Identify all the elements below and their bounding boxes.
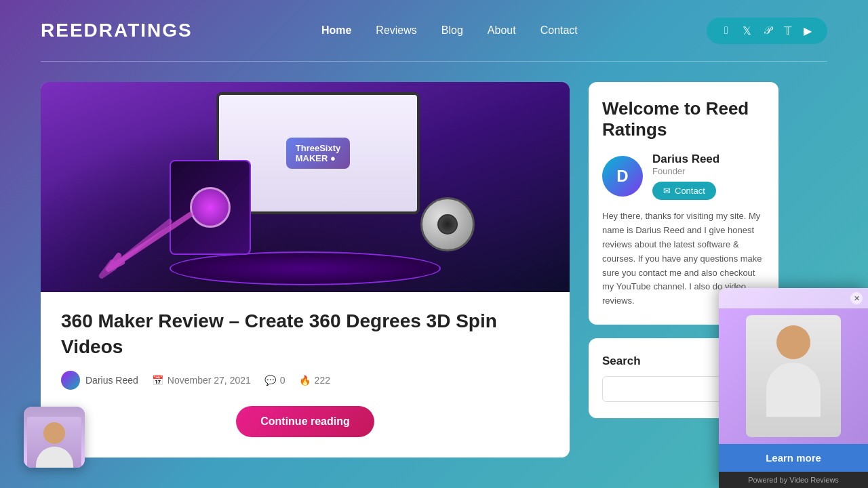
article-card: ThreeSixtyMAKER ● 360 Maker Review [41, 82, 570, 458]
facebook-icon[interactable]:  [719, 24, 734, 37]
floating-avatar [24, 407, 85, 468]
person-head [776, 325, 810, 359]
pinterest-icon[interactable]: 𝒫 [760, 24, 774, 37]
welcome-title: Welcome to Reed Ratings [602, 98, 765, 140]
logo: ReedRatings [41, 20, 193, 41]
person-body [766, 363, 821, 417]
meta-views: 🔥 222 [299, 375, 330, 386]
author-avatar: D [602, 156, 643, 197]
article-image: ThreeSixtyMAKER ● [41, 82, 570, 292]
calendar-icon: 📅 [152, 375, 163, 386]
avatar-torso [36, 447, 73, 468]
person-silhouette [746, 315, 841, 437]
camera-lens [437, 214, 458, 235]
main-nav: Home Reviews Blog About Contact [321, 24, 578, 37]
author-name-display: Darius Reed [652, 152, 719, 166]
nav-contact[interactable]: Contact [540, 24, 578, 37]
author-row: D Darius Reed Founder ✉ Contact [602, 152, 765, 200]
author-role: Founder [652, 166, 719, 176]
learn-more-button[interactable]: Learn more [719, 444, 868, 472]
article-title: 360 Maker Review – Create 360 Degrees 3D… [61, 308, 549, 360]
article-meta: Darius Reed 📅 November 27, 2021 💬 0 🔥 22… [61, 371, 549, 390]
meta-comments: 💬 0 [264, 375, 285, 386]
contact-author-button[interactable]: ✉ Contact [652, 182, 716, 200]
floating-avatar-inner [24, 407, 85, 468]
article-body: 360 Maker Review – Create 360 Degrees 3D… [41, 292, 570, 437]
nav-reviews[interactable]: Reviews [376, 24, 416, 37]
meta-author: Darius Reed [61, 371, 138, 390]
author-avatar-small [61, 371, 80, 390]
powered-by-label: Powered by Video Reviews [719, 472, 868, 488]
video-popup: ✕ Learn more Powered by Video Reviews [719, 288, 868, 488]
avatar-head [43, 422, 65, 444]
nav-blog[interactable]: Blog [441, 24, 463, 37]
youtube-icon[interactable]: ▶ [800, 24, 815, 37]
fire-icon: 🔥 [299, 375, 311, 386]
contact-label: Contact [675, 186, 705, 196]
tumblr-icon[interactable]: 𝕋 [780, 24, 795, 37]
threesixty-logo: ThreeSixtyMAKER ● [286, 138, 350, 169]
date-value: November 27, 2021 [167, 375, 251, 386]
header: ReedRatings Home Reviews Blog About Cont… [0, 0, 868, 61]
product-box-inner [190, 187, 231, 228]
comment-icon: 💬 [264, 375, 276, 386]
twitter-icon[interactable]: 𝕏 [739, 24, 754, 37]
popup-close-button[interactable]: ✕ [850, 292, 863, 304]
popup-header: ✕ [719, 288, 868, 308]
nav-home[interactable]: Home [321, 24, 351, 37]
author-name: Darius Reed [85, 375, 138, 386]
views-count: 222 [315, 375, 330, 386]
contact-icon: ✉ [663, 186, 671, 196]
continue-reading-button[interactable]: Continue reading [236, 406, 374, 437]
avatar-body [27, 417, 81, 468]
author-avatar-inner: D [602, 156, 643, 197]
comments-count: 0 [280, 375, 285, 386]
social-icons-bar:  𝕏 𝒫 𝕋 ▶ [707, 18, 827, 44]
logo-text: ReedRatings [41, 20, 193, 41]
meta-date: 📅 November 27, 2021 [152, 375, 251, 386]
product-stage [170, 251, 441, 285]
author-info: Darius Reed Founder ✉ Contact [652, 152, 719, 200]
product-box [170, 160, 251, 255]
monitor: ThreeSixtyMAKER ● [216, 92, 447, 228]
camera-ball [420, 197, 475, 251]
nav-about[interactable]: About [488, 24, 516, 37]
popup-video-content [719, 308, 868, 444]
